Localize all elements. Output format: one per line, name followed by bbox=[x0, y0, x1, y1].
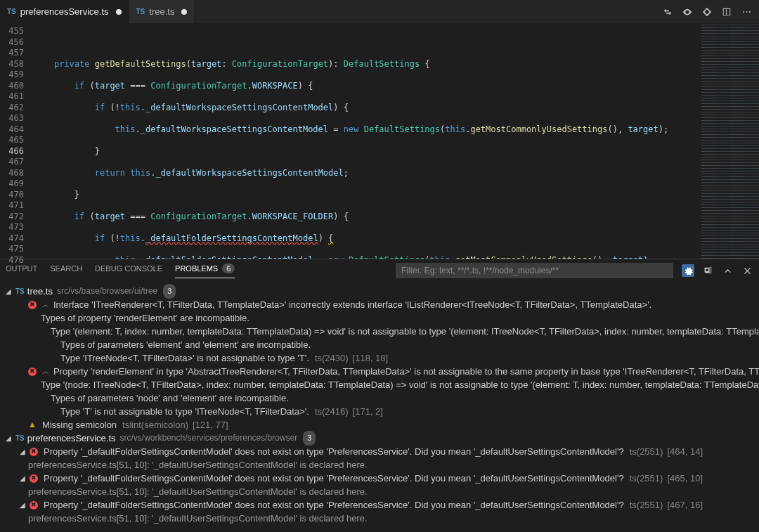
twisty-expanded-icon[interactable]: ◢ bbox=[20, 445, 28, 458]
file-path: src/vs/base/browser/ui/tree bbox=[57, 285, 157, 298]
error-icon: ✖ bbox=[28, 301, 37, 309]
twisty-expanded-icon[interactable]: ◢ bbox=[20, 498, 28, 512]
tab-problems-label: PROBLEMS bbox=[175, 264, 218, 273]
tab-preferences-service[interactable]: TS preferencesService.ts bbox=[0, 0, 129, 23]
tab-label: tree.ts bbox=[149, 6, 174, 17]
editor-title-actions: ⋯ bbox=[662, 6, 759, 18]
filter-settings-icon[interactable] bbox=[682, 264, 694, 277]
diagnostic-hint: preferencesService.ts[51, 10]: '_default… bbox=[28, 512, 368, 525]
problems-tree[interactable]: ◢ TS tree.ts src/vs/base/browser/ui/tree… bbox=[0, 282, 759, 532]
more-actions-icon[interactable]: ⋯ bbox=[741, 6, 752, 18]
chevron-up-icon[interactable]: ︿ bbox=[42, 365, 49, 378]
diagnostic-hint: preferencesService.ts[51, 10]: '_default… bbox=[28, 458, 368, 472]
warning-icon: ▲ bbox=[28, 418, 37, 432]
diagnostic-message: Interface 'ITreeRenderer<T, TFilterData,… bbox=[53, 298, 651, 311]
file-error-count: 3 bbox=[303, 431, 316, 446]
diagnostic-message: Property '_defaultFolderSettingsContentM… bbox=[44, 472, 624, 485]
diff-icon[interactable] bbox=[701, 6, 713, 18]
diagnostic-location: [467, 16] bbox=[667, 498, 703, 512]
chevron-up-icon[interactable] bbox=[721, 264, 734, 277]
tab-output[interactable]: OUTPUT bbox=[6, 264, 37, 278]
error-icon: ✖ bbox=[30, 448, 38, 456]
diagnostic-message: Property 'renderElement' in type 'Abstra… bbox=[53, 365, 759, 378]
ts-file-icon: TS bbox=[15, 285, 25, 298]
diagnostic-source: ts(2551) bbox=[630, 472, 663, 485]
diagnostic-row[interactable]: ◢ ✖ Property '_defaultFolderSettingsCont… bbox=[0, 472, 759, 485]
diagnostic-source: ts(2551) bbox=[630, 445, 663, 458]
diagnostic-message: Missing semicolon bbox=[42, 418, 117, 432]
diagnostic-source: ts(2430) bbox=[315, 351, 349, 365]
diagnostic-child: Type 'ITreeNode<T, TFilterData>' is not … bbox=[60, 351, 309, 365]
minimap[interactable] bbox=[701, 23, 759, 259]
twisty-expanded-icon[interactable]: ◢ bbox=[6, 285, 14, 298]
diagnostic-child: Types of parameters 'element' and 'eleme… bbox=[60, 338, 311, 351]
error-icon: ✖ bbox=[28, 368, 37, 376]
diagnostic-location: [465, 10] bbox=[667, 472, 703, 485]
diagnostic-location: [118, 18] bbox=[353, 351, 389, 365]
problem-file-row[interactable]: ◢ TS tree.ts src/vs/base/browser/ui/tree… bbox=[0, 285, 759, 298]
diagnostic-row[interactable]: ◢ ✖ Property '_defaultFolderSettingsCont… bbox=[0, 445, 759, 458]
diagnostic-child: Type '(node: ITreeNode<T, TFilterData>, … bbox=[41, 378, 759, 391]
twisty-expanded-icon[interactable]: ◢ bbox=[20, 472, 28, 485]
code-area[interactable]: private getDefaultSettings(target: Confi… bbox=[34, 23, 701, 259]
file-path: src/vs/workbench/services/preferences/br… bbox=[120, 432, 298, 445]
diagnostic-source: ts(2551) bbox=[630, 498, 663, 512]
diagnostic-row[interactable]: ✖ ︿ Property 'renderElement' in type 'Ab… bbox=[0, 365, 759, 378]
tab-label: preferencesService.ts bbox=[20, 6, 109, 17]
twisty-expanded-icon[interactable]: ◢ bbox=[6, 432, 14, 445]
diagnostic-location: [121, 77] bbox=[193, 418, 228, 432]
tab-debug-console[interactable]: DEBUG CONSOLE bbox=[95, 264, 162, 278]
panel-header: OUTPUT SEARCH DEBUG CONSOLE PROBLEMS 6 bbox=[0, 259, 759, 282]
bottom-panel: OUTPUT SEARCH DEBUG CONSOLE PROBLEMS 6 ◢… bbox=[0, 259, 759, 532]
diagnostic-row[interactable]: ✖ ︿ Interface 'ITreeRenderer<T, TFilterD… bbox=[0, 298, 759, 311]
diagnostic-location: [464, 14] bbox=[667, 445, 703, 458]
panel-tabs: OUTPUT SEARCH DEBUG CONSOLE PROBLEMS 6 bbox=[6, 264, 235, 278]
preview-icon[interactable] bbox=[682, 6, 693, 18]
unsaved-dot-icon bbox=[181, 9, 187, 15]
diagnostic-row[interactable]: ◢ ✖ Property '_defaultFolderSettingsCont… bbox=[0, 498, 759, 512]
diagnostic-location: [171, 2] bbox=[353, 405, 383, 418]
diagnostic-child: Types of parameters 'node' and 'element'… bbox=[51, 391, 289, 405]
unsaved-dot-icon bbox=[116, 9, 122, 15]
tab-search[interactable]: SEARCH bbox=[50, 264, 82, 278]
diagnostic-source: ts(2416) bbox=[315, 405, 349, 418]
diagnostic-source: tslint(semicolon) bbox=[122, 418, 188, 432]
ts-file-icon: TS bbox=[15, 432, 25, 445]
diagnostic-child: Type 'T' is not assignable to type 'ITre… bbox=[60, 405, 309, 418]
diagnostic-message: Property '_defaultFolderSettingsContentM… bbox=[44, 498, 624, 512]
diagnostic-child: Type '(element: T, index: number, templa… bbox=[51, 325, 759, 338]
tab-problems[interactable]: PROBLEMS 6 bbox=[175, 264, 235, 278]
file-error-count: 3 bbox=[163, 284, 176, 299]
diagnostic-child: Types of property 'renderElement' are in… bbox=[41, 311, 249, 325]
chevron-up-icon[interactable]: ︿ bbox=[42, 298, 49, 311]
file-name: tree.ts bbox=[27, 285, 53, 298]
tab-tree[interactable]: TS tree.ts bbox=[129, 0, 195, 23]
diagnostic-message: Property '_defaultFolderSettingsContentM… bbox=[44, 445, 624, 458]
line-number-gutter: 4554564574584594604614624634644654664674… bbox=[0, 23, 34, 259]
diagnostic-hint: preferencesService.ts[51, 10]: '_default… bbox=[28, 485, 368, 498]
split-editor-icon[interactable] bbox=[721, 6, 732, 18]
tab-bar: TS preferencesService.ts TS tree.ts ⋯ bbox=[0, 0, 759, 23]
problems-filter-input[interactable] bbox=[396, 263, 673, 278]
editor: 4554564574584594604614624634644654664674… bbox=[0, 23, 759, 259]
problems-count-badge: 6 bbox=[222, 264, 235, 273]
ts-file-icon: TS bbox=[136, 8, 145, 15]
close-panel-icon[interactable] bbox=[741, 264, 753, 277]
collapse-all-icon[interactable] bbox=[701, 264, 714, 277]
problem-file-row[interactable]: ◢ TS preferencesService.ts src/vs/workbe… bbox=[0, 432, 759, 445]
panel-actions bbox=[682, 264, 753, 277]
compare-changes-icon[interactable] bbox=[662, 6, 673, 18]
editor-tabs: TS preferencesService.ts TS tree.ts bbox=[0, 0, 195, 23]
diagnostic-row[interactable]: ▲ Missing semicolon tslint(semicolon) [1… bbox=[0, 418, 759, 432]
file-name: preferencesService.ts bbox=[27, 432, 116, 445]
ts-file-icon: TS bbox=[7, 8, 16, 15]
error-icon: ✖ bbox=[30, 501, 38, 510]
error-icon: ✖ bbox=[30, 474, 38, 483]
